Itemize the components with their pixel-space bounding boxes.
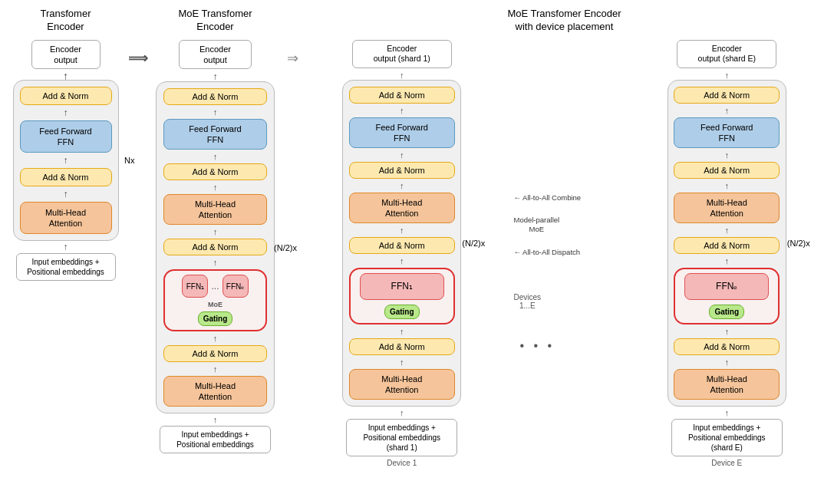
moe-gating-box: FFN₁ ... FFNₑ MoE Gating — [163, 269, 267, 331]
dE-ffnE: FFNₑ — [684, 273, 769, 300]
moe-add-norm-bot: Add & Norm — [163, 239, 267, 255]
all-to-all-combine: ← All-to-All Combine — [514, 193, 582, 202]
nx-label: Nx — [124, 156, 134, 165]
d1-multi-head-top: Multi-HeadAttention — [349, 193, 455, 223]
dE-multi-head-top: Multi-HeadAttention — [674, 193, 780, 223]
enc-output-shard1: Encoderoutput (shard 1) — [352, 40, 452, 68]
dE-add-norm-bot: Add & Norm — [674, 338, 780, 355]
d1-add-norm-top: Add & Norm — [349, 87, 455, 104]
d1-ffn1: FFN₁ — [360, 273, 444, 300]
moe-multi-head-bot: Multi-HeadAttention — [163, 376, 267, 407]
moe-add-norm-mid: Add & Norm — [163, 163, 267, 180]
deviceE-col: Encoderoutput (shard E) ↑ (N/2)x Add & N… — [626, 40, 829, 467]
moe-input-embeddings: Input embeddings +Positional embeddings — [160, 426, 271, 453]
device1-nx-label: (N/2)x — [462, 239, 485, 248]
moe-nx-label: (N/2)x — [274, 243, 297, 252]
moe-add-norm-bottom2: Add & Norm — [163, 345, 267, 362]
device1-col: Encoderoutput (shard 1) ↑ (N/2)x Add & N… — [301, 40, 503, 467]
d1-gating: Gating — [384, 305, 420, 319]
model-parallel-moe: Model-parallelMoE — [514, 216, 560, 235]
dE-add-norm-mid: Add & Norm — [674, 162, 780, 179]
encoder-outer-box: Nx Add & Norm ↑ Feed ForwardFFN ↑ Add & … — [13, 80, 119, 241]
devices-label: Devices1...E — [514, 293, 542, 310]
arrow-2-3: ⇒ — [282, 50, 301, 67]
section2-title: MoE TransfomerEncoder — [178, 8, 252, 34]
gating-box-moe: Gating — [198, 311, 233, 326]
encoder-output-label: Encoderoutput — [31, 40, 101, 70]
enc-output-shardE: Encoderoutput (shard E) — [677, 40, 776, 68]
d1-add-norm-3: Add & Norm — [349, 237, 455, 254]
deviceE-nx-label: (N/2)x — [787, 239, 810, 248]
dE-add-norm-top: Add & Norm — [674, 87, 780, 104]
moe-label: MoE — [208, 301, 223, 308]
input-embeddings: Input embeddings +Positional embeddings — [16, 253, 116, 281]
section-transformer-encoder: Transfomer Encoder Encoderoutput ↑ Nx Ad… — [6, 8, 125, 281]
section-device-placement: MoE Transfomer Encoderwith device placem… — [301, 8, 828, 467]
add-norm-top: Add & Norm — [20, 87, 112, 105]
d1-add-norm-bot: Add & Norm — [349, 338, 455, 355]
deviceE-outer: (N/2)x Add & Norm ↑ Feed ForwardFFN ↑ Ad… — [668, 80, 786, 407]
ffnE-box: FFNₑ — [223, 275, 249, 298]
moe-multi-head: Multi-HeadAttention — [163, 194, 267, 225]
section-moe-encoder: MoE TransfomerEncoder Encoderoutput ↑ (N… — [148, 8, 282, 453]
feed-forward-ffn: Feed ForwardFFN — [20, 120, 112, 153]
deviceE-label: Device E — [711, 459, 742, 467]
d1-multi-head-bot: Multi-HeadAttention — [349, 369, 455, 400]
section1-title: Transfomer Encoder — [41, 8, 91, 34]
dE-feed-forward: Feed ForwardFFN — [674, 117, 780, 148]
d1-input-embeddings: Input embeddings +Positional embeddings(… — [346, 419, 457, 456]
moe-add-norm-top: Add & Norm — [163, 88, 267, 105]
arrow-1-2: ⟹ — [125, 50, 148, 67]
ffn1-box: FFN₁ — [182, 275, 208, 298]
ellipsis: ... — [211, 281, 219, 292]
d1-add-norm-mid: Add & Norm — [349, 162, 455, 179]
dE-multi-head-bot: Multi-HeadAttention — [674, 369, 780, 400]
d1-moe-box: FFN₁ Gating — [349, 268, 455, 324]
moe-feed-forward: Feed ForwardFFN — [163, 119, 267, 150]
multi-head-attention: Multi-HeadAttention — [20, 202, 112, 234]
annotation-area: ← All-to-All Combine Model-parallelMoE ←… — [503, 193, 626, 354]
all-to-all-dispatch: ← All-to-All Dispatch — [514, 248, 581, 256]
dE-input-embeddings: Input embeddings +Positional embeddings(… — [671, 419, 783, 456]
dE-add-norm-3: Add & Norm — [674, 237, 780, 254]
diagram-container: Transfomer Encoder Encoderoutput ↑ Nx Ad… — [0, 0, 834, 504]
device-columns: Encoderoutput (shard 1) ↑ (N/2)x Add & N… — [301, 40, 828, 467]
section3-title: MoE Transfomer Encoderwith device placem… — [507, 8, 621, 34]
dE-moe-box: FFNₑ Gating — [674, 268, 780, 324]
dE-gating: Gating — [709, 305, 744, 319]
device1-outer: (N/2)x Add & Norm ↑ Feed ForwardFFN ↑ Ad… — [342, 80, 461, 407]
moe-encoder-output: Encoderoutput — [179, 40, 252, 70]
moe-outer-box: (N/2)x Add & Norm ↑ Feed ForwardFFN ↑ Ad… — [156, 81, 275, 413]
d1-feed-forward: Feed ForwardFFN — [349, 117, 455, 148]
dots-separator: • • • — [520, 339, 555, 353]
add-norm-mid: Add & Norm — [20, 168, 112, 186]
device1-label: Device 1 — [387, 459, 417, 467]
